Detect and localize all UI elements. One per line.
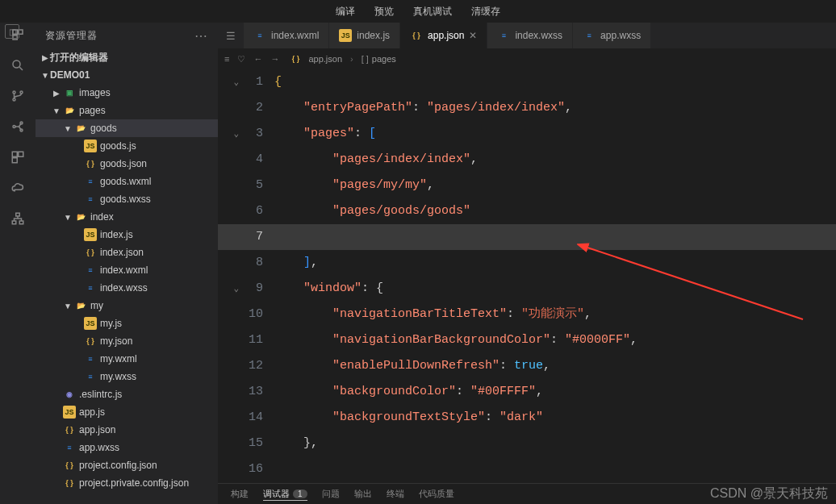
tree-app-json[interactable]: { }app.json bbox=[36, 421, 218, 439]
forward-icon[interactable]: → bbox=[270, 54, 279, 64]
svg-rect-14 bbox=[16, 213, 20, 216]
top-menu: 编译 预览 真机调试 清缓存 bbox=[0, 0, 836, 23]
wxss-icon: ≡ bbox=[84, 370, 97, 383]
toggle-panel-icon[interactable]: ☰ bbox=[226, 30, 236, 42]
folder-open-icon: 📂 bbox=[74, 210, 87, 223]
json-icon: { } bbox=[63, 477, 76, 489]
breadcrumb: ≡ ♡ ← → { }app.json › [ ]pages bbox=[218, 48, 836, 69]
folder-open-icon: 📂 bbox=[63, 104, 76, 117]
tree-project-config[interactable]: { }project.config.json bbox=[36, 456, 218, 474]
btab-code-quality[interactable]: 代码质量 bbox=[419, 488, 454, 500]
svg-point-8 bbox=[13, 126, 15, 128]
sidebar-title: 资源管理器 bbox=[45, 29, 98, 43]
tree-my-json[interactable]: { }my.json bbox=[36, 332, 218, 350]
tab-app-json[interactable]: { }app.json✕ bbox=[400, 23, 487, 48]
sitemap-icon[interactable] bbox=[9, 210, 27, 227]
json-icon: { } bbox=[63, 423, 76, 436]
tree-project-root[interactable]: ▼DEMO01 bbox=[36, 66, 218, 84]
activity-bar bbox=[0, 23, 36, 504]
editor-toolbar-icons: ☰ bbox=[218, 30, 244, 42]
btab-issues[interactable]: 问题 bbox=[322, 488, 340, 500]
tab-index-js[interactable]: JSindex.js bbox=[329, 23, 400, 48]
tree-goods-js[interactable]: JSgoods.js bbox=[36, 137, 218, 155]
menu-real-debug[interactable]: 真机调试 bbox=[413, 5, 452, 19]
tree-index-wxml[interactable]: ≡index.wxml bbox=[36, 261, 218, 279]
svg-rect-11 bbox=[12, 152, 17, 156]
tree-project-private[interactable]: { }project.private.config.json bbox=[36, 474, 218, 492]
breadcrumb-section[interactable]: [ ]pages bbox=[362, 54, 396, 64]
btab-debugger[interactable]: 调试器1 bbox=[263, 488, 307, 501]
list-icon[interactable]: ≡ bbox=[224, 54, 229, 64]
tab-index-wxml[interactable]: ≡index.wxml bbox=[244, 23, 329, 48]
wxss-icon: ≡ bbox=[84, 281, 97, 294]
menu-preview[interactable]: 预览 bbox=[374, 5, 394, 19]
wxml-icon: ≡ bbox=[84, 352, 97, 365]
tree-index-json[interactable]: { }index.json bbox=[36, 244, 218, 261]
tree-app-js[interactable]: JSapp.js bbox=[36, 403, 218, 421]
btab-terminal[interactable]: 终端 bbox=[387, 488, 404, 500]
editor-tabs: ≡index.wxml JSindex.js { }app.json✕ ≡ind… bbox=[244, 23, 836, 48]
explorer-sidebar: 资源管理器 ⋯ ▶打开的编辑器 ▼DEMO01 ▶▣images ▼📂pages… bbox=[36, 23, 218, 504]
tree-index-js[interactable]: JSindex.js bbox=[36, 226, 218, 244]
more-icon[interactable]: ⋯ bbox=[194, 28, 208, 44]
js-icon: JS bbox=[84, 228, 97, 241]
tree-my-wxml[interactable]: ≡my.wxml bbox=[36, 350, 218, 368]
svg-point-7 bbox=[20, 91, 23, 94]
tree-eslintrc[interactable]: ◉.eslintrc.js bbox=[36, 385, 218, 403]
svg-rect-13 bbox=[12, 158, 17, 163]
wxml-icon: ≡ bbox=[84, 175, 97, 188]
json-icon: { } bbox=[410, 29, 423, 42]
wxss-icon: ≡ bbox=[497, 29, 510, 42]
search-icon[interactable] bbox=[9, 56, 27, 74]
window-corner-icon: ◫ bbox=[5, 24, 19, 39]
tree-my-js[interactable]: JSmy.js bbox=[36, 314, 218, 332]
js-icon: JS bbox=[84, 140, 97, 152]
tree-goods[interactable]: ▼📂goods bbox=[36, 119, 218, 137]
tree-goods-wxss[interactable]: ≡goods.wxss bbox=[36, 190, 218, 208]
breadcrumb-file[interactable]: { }app.json bbox=[287, 52, 342, 65]
svg-point-5 bbox=[13, 91, 15, 94]
wxss-icon: ≡ bbox=[63, 441, 76, 454]
menu-compile[interactable]: 编译 bbox=[336, 5, 355, 19]
editor-area: ☰ ≡index.wxml JSindex.js { }app.json✕ ≡i… bbox=[218, 23, 836, 504]
svg-rect-16 bbox=[19, 221, 23, 224]
json-icon: { } bbox=[63, 459, 76, 472]
tab-app-wxss[interactable]: ≡app.wxss bbox=[573, 23, 651, 48]
wxss-icon: ≡ bbox=[84, 193, 97, 206]
tree-index[interactable]: ▼📂index bbox=[36, 208, 218, 226]
code-editor[interactable]: ⌄1{ 2 "entryPagePath": "pages/index/inde… bbox=[218, 69, 836, 483]
close-icon[interactable]: ✕ bbox=[469, 30, 477, 41]
bookmark-icon[interactable]: ♡ bbox=[237, 54, 245, 65]
json-icon: { } bbox=[84, 157, 97, 170]
tree-app-wxss[interactable]: ≡app.wxss bbox=[36, 439, 218, 456]
js-icon: JS bbox=[339, 29, 352, 42]
tree-goods-wxml[interactable]: ≡goods.wxml bbox=[36, 173, 218, 190]
svg-point-6 bbox=[13, 98, 15, 101]
btab-build[interactable]: 构建 bbox=[231, 488, 249, 500]
extensions-icon[interactable] bbox=[9, 148, 27, 166]
btab-output[interactable]: 输出 bbox=[354, 488, 372, 500]
tree-my[interactable]: ▼📂my bbox=[36, 297, 218, 314]
folder-open-icon: 📂 bbox=[74, 299, 87, 312]
tree-my-wxss[interactable]: ≡my.wxss bbox=[36, 368, 218, 385]
wxss-icon: ≡ bbox=[583, 29, 596, 42]
tree-pages[interactable]: ▼📂pages bbox=[36, 102, 218, 119]
cloud-icon[interactable] bbox=[9, 179, 27, 197]
git-icon[interactable] bbox=[9, 118, 27, 135]
tree-images[interactable]: ▶▣images bbox=[36, 84, 218, 102]
json-icon: { } bbox=[289, 52, 302, 65]
tree-open-editors[interactable]: ▶打开的编辑器 bbox=[36, 48, 218, 66]
tree-goods-json[interactable]: { }goods.json bbox=[36, 155, 218, 173]
file-tree: ▶打开的编辑器 ▼DEMO01 ▶▣images ▼📂pages ▼📂goods… bbox=[36, 48, 218, 504]
bottom-panel-tabs: 构建 调试器1 问题 输出 终端 代码质量 bbox=[218, 483, 836, 504]
svg-rect-15 bbox=[12, 221, 16, 224]
branch-icon[interactable] bbox=[9, 87, 27, 105]
wxml-icon: ≡ bbox=[253, 29, 266, 42]
tree-index-wxss[interactable]: ≡index.wxss bbox=[36, 279, 218, 297]
back-icon[interactable]: ← bbox=[253, 54, 262, 64]
svg-rect-12 bbox=[19, 152, 23, 156]
tab-index-wxss[interactable]: ≡index.wxss bbox=[487, 23, 573, 48]
menu-clear-cache[interactable]: 清缓存 bbox=[471, 5, 500, 19]
eslint-icon: ◉ bbox=[63, 388, 76, 401]
js-icon: JS bbox=[84, 317, 97, 330]
